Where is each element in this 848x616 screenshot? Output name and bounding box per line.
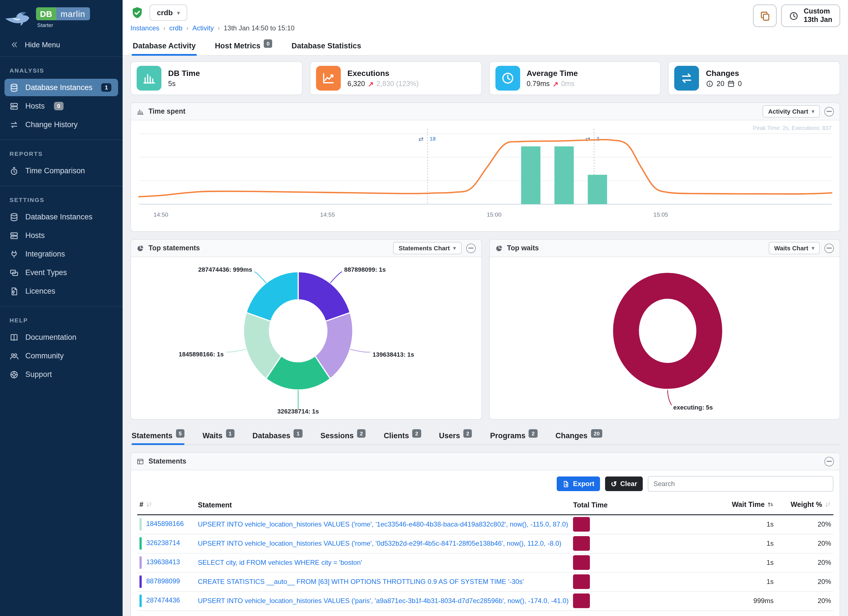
total-time-bar xyxy=(573,555,590,570)
people-icon xyxy=(10,351,19,360)
statements-table-panel: Statements Export ↺ Clear #S xyxy=(130,452,840,616)
statement-text-link[interactable]: UPSERT INTO vehicle_location_histories V… xyxy=(198,539,562,547)
tab-database-activity[interactable]: Database Activity xyxy=(132,36,197,55)
copy-time-range-button[interactable] xyxy=(753,4,777,27)
breadcrumb-link-activity[interactable]: Activity xyxy=(192,24,214,32)
detail-tab-waits[interactable]: Waits1 xyxy=(202,428,234,444)
executions-bar[interactable] xyxy=(588,175,607,204)
top-statements-panel: Top statements Statements Chart ▾ 887898… xyxy=(130,239,482,420)
statements-chart-select[interactable]: Statements Chart ▾ xyxy=(393,242,461,254)
marlin-fish-icon xyxy=(3,4,35,30)
detail-tab-sessions[interactable]: Sessions2 xyxy=(320,428,366,444)
metric-title: Average Time xyxy=(526,68,578,77)
donut-label: 887898099: 1s xyxy=(344,266,386,273)
metric-delta: 2,830 (123%) xyxy=(377,80,419,88)
collapse-panel-button[interactable] xyxy=(824,243,834,253)
undo-icon: ↺ xyxy=(611,480,617,487)
detail-tab-users[interactable]: Users2 xyxy=(439,428,472,444)
app-root: DB marlin Starter Hide Menu ANALYSISData… xyxy=(0,0,848,616)
statement-id-link[interactable]: 139638413 xyxy=(146,558,180,566)
statement-text-link[interactable]: UPSERT INTO vehicle_location_histories V… xyxy=(198,597,569,605)
calendar-icon xyxy=(727,80,735,88)
sidebar-section-title: HELP xyxy=(0,310,123,327)
statement-row: 139638413SELECT city, id FROM vehicles W… xyxy=(137,553,833,572)
statement-id-link[interactable]: 887898099 xyxy=(146,577,180,585)
clear-button[interactable]: ↺ Clear xyxy=(605,476,643,491)
waits-chart-select[interactable]: Waits Chart ▾ xyxy=(769,242,820,254)
detail-tabbar: Statements5Waits1Databases1Sessions2Clie… xyxy=(130,428,840,445)
sidebar-item-database-instances[interactable]: Database Instances xyxy=(4,208,118,226)
detail-tab-changes[interactable]: Changes20 xyxy=(556,428,603,444)
server-icon xyxy=(10,101,19,111)
sidebar-item-community[interactable]: Community xyxy=(4,347,118,365)
bar-chart-icon xyxy=(142,71,156,85)
donut-slice-887898099[interactable] xyxy=(298,272,350,321)
donut-label: executing: 5s xyxy=(673,404,713,411)
collapse-panel-button[interactable] xyxy=(466,243,476,253)
tab-host-metrics[interactable]: Host Metrics0 xyxy=(214,36,274,55)
page-content: DB Time5sExecutions6,320↗2,830 (123%)Ave… xyxy=(123,56,848,616)
time-range-mode: Custom xyxy=(804,7,830,15)
tab-database-statistics[interactable]: Database Statistics xyxy=(291,36,362,55)
collapse-panel-button[interactable] xyxy=(824,457,834,466)
statement-id-link[interactable]: 287474436 xyxy=(146,596,180,604)
search-input[interactable] xyxy=(648,476,833,492)
export-button[interactable]: Export xyxy=(557,476,600,491)
sidebar-item-event-types[interactable]: Event Types xyxy=(4,264,118,281)
sidebar-item-licences[interactable]: Licences xyxy=(4,282,118,300)
waits-donut-chart: executing: 5s xyxy=(489,257,839,419)
breadcrumb-separator: › xyxy=(182,25,192,31)
detail-tab-statements[interactable]: Statements5 xyxy=(132,428,184,444)
statement-text-link[interactable]: UPSERT INTO vehicle_location_histories V… xyxy=(198,521,568,528)
bar-chart-icon xyxy=(136,66,162,91)
peak-note: Peak Time: 2s, Executions: 837 xyxy=(753,125,832,131)
column-header-weight[interactable]: Weight % xyxy=(776,497,833,515)
statement-color-chip xyxy=(139,595,142,607)
sidebar-item-change-history[interactable]: Change History xyxy=(4,116,118,133)
breadcrumb-separator: › xyxy=(214,25,224,31)
count-badge: 5 xyxy=(176,429,185,438)
sidebar-item-support[interactable]: Support xyxy=(4,366,118,383)
wait-time-value: 1s xyxy=(685,572,776,591)
detail-tab-databases[interactable]: Databases1 xyxy=(252,428,302,444)
count-badge: 2 xyxy=(412,429,421,438)
column-header-[interactable]: # xyxy=(137,497,196,515)
collapse-panel-button[interactable] xyxy=(824,107,834,116)
hide-menu-label: Hide Menu xyxy=(25,40,60,49)
wait-time-value: 1s xyxy=(685,515,776,534)
statement-id-link[interactable]: 326238714 xyxy=(146,539,180,547)
executions-bar[interactable] xyxy=(521,146,540,204)
breadcrumb-link-crdb[interactable]: crdb xyxy=(169,24,182,32)
executions-bar[interactable] xyxy=(554,146,574,204)
column-header-wait-time[interactable]: Wait Time xyxy=(685,497,776,515)
sidebar-item-documentation[interactable]: Documentation xyxy=(4,328,118,346)
detail-tab-programs[interactable]: Programs2 xyxy=(490,428,538,444)
metric-card-changes: Changes200 xyxy=(668,61,841,95)
instance-selector[interactable]: crdb ▾ xyxy=(150,4,187,21)
sidebar-item-hosts[interactable]: Hosts xyxy=(4,227,118,244)
statement-text-link[interactable]: SELECT city, id FROM vehicles WHERE city… xyxy=(198,559,362,567)
activity-chart-select[interactable]: Activity Chart ▾ xyxy=(762,105,820,117)
breadcrumb-link-instances[interactable]: Instances xyxy=(130,24,159,32)
donut-slice-287474436[interactable] xyxy=(246,272,298,321)
book-icon xyxy=(10,333,19,342)
top-statements-svg: 887898099: 1s139638413: 1s326238714: 1s1… xyxy=(131,257,481,416)
time-range-button[interactable]: Custom 13th Jan xyxy=(781,4,840,27)
detail-tab-clients[interactable]: Clients2 xyxy=(384,428,421,444)
sidebar-item-integrations[interactable]: Integrations xyxy=(4,245,118,263)
statement-row: 1845898166UPSERT INTO vehicle_location_h… xyxy=(137,515,833,534)
hide-menu-button[interactable]: Hide Menu xyxy=(0,33,123,57)
sidebar-item-time-comparison[interactable]: Time Comparison xyxy=(4,162,118,180)
donut-slice-executing[interactable] xyxy=(626,286,709,376)
wait-time-value: 999ms xyxy=(685,591,776,610)
statement-id-link[interactable]: 1845898166 xyxy=(146,520,184,528)
metric-card-average-time: Average Time0.79ms↗0ms xyxy=(489,61,661,95)
breadcrumb-separator: › xyxy=(159,25,169,31)
copy-icon xyxy=(760,10,770,21)
sidebar-item-hosts[interactable]: Hosts0 xyxy=(4,97,118,115)
statement-text-link[interactable]: CREATE STATISTICS __auto__ FROM [63] WIT… xyxy=(198,578,524,586)
weight-value: 20% xyxy=(776,534,833,553)
time-spent-panel: Time spent Activity Chart ▾ ⇄18⇄2Peak Ti… xyxy=(130,102,840,232)
health-shield-icon xyxy=(130,6,144,19)
sidebar-item-database-instances[interactable]: Database Instances1 xyxy=(4,79,118,96)
